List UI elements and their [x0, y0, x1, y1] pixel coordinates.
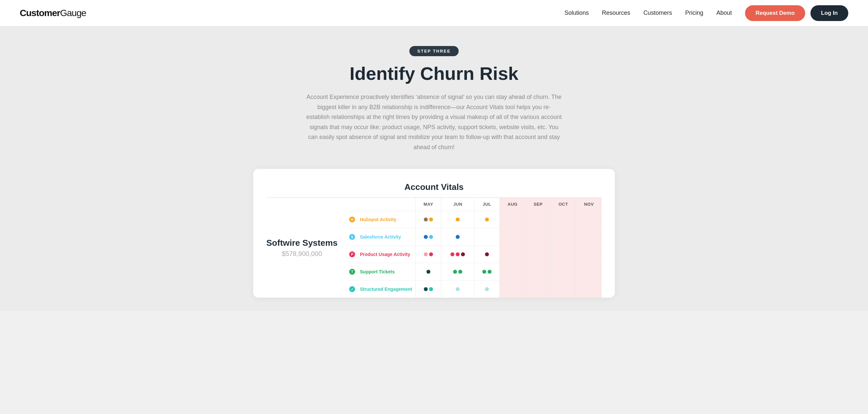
cell-sep	[526, 211, 550, 228]
activity-dot	[485, 218, 489, 221]
table-row: S Salesforce Activity	[347, 228, 602, 246]
dot-group	[444, 218, 471, 221]
dot-group	[478, 287, 496, 291]
cell-aug	[499, 280, 526, 298]
svg-text:✓: ✓	[351, 287, 353, 291]
svg-text:S: S	[351, 235, 353, 239]
activity-dot	[456, 252, 460, 256]
logo[interactable]: CustomerGauge	[20, 8, 86, 19]
nav-about[interactable]: About	[716, 9, 732, 17]
cell-may	[415, 228, 441, 246]
row-icon: T	[347, 267, 357, 276]
nav-resources[interactable]: Resources	[602, 9, 630, 17]
row-label-cell: ✓ Structured Engagement	[347, 280, 415, 298]
cell-aug	[499, 228, 526, 246]
cell-jun	[441, 263, 474, 280]
cell-oct	[550, 228, 576, 246]
dot-group	[444, 287, 471, 291]
activity-dot	[461, 252, 465, 256]
row-label-cell: P Product Usage Activity	[347, 246, 415, 263]
activity-dot	[429, 252, 433, 256]
activity-dot	[458, 270, 462, 274]
row-icon: S	[347, 232, 357, 242]
dot-group	[478, 218, 496, 221]
cell-jul	[474, 228, 499, 246]
cell-jun	[441, 280, 474, 298]
cell-aug	[499, 211, 526, 228]
table-row: ✓ Structured Engagement	[347, 280, 602, 298]
cell-oct	[550, 246, 576, 263]
row-text: Salesforce Activity	[360, 234, 401, 240]
activity-dot	[427, 270, 430, 274]
dot-group	[478, 252, 496, 256]
activity-dot	[424, 252, 428, 256]
cell-jun	[441, 246, 474, 263]
cell-jun	[441, 211, 474, 228]
nav-links: Solutions Resources Customers Pricing Ab…	[564, 9, 732, 17]
nav-pricing[interactable]: Pricing	[685, 9, 703, 17]
activity-dot	[485, 287, 489, 291]
nav-customers[interactable]: Customers	[644, 9, 672, 17]
request-demo-button[interactable]: Request Demo	[745, 5, 805, 21]
col-header-nov: NOV	[576, 198, 602, 211]
activity-dot	[456, 218, 460, 221]
activity-dot	[482, 270, 486, 274]
cell-sep	[526, 263, 550, 280]
row-text: Hubspot Activity	[360, 217, 397, 222]
activity-dot	[488, 270, 492, 274]
activity-dot	[424, 218, 428, 221]
company-info: Softwire Systems $578,900,000	[266, 198, 347, 298]
activity-dot	[429, 287, 433, 291]
step-badge: STEP THREE	[409, 46, 458, 56]
dot-group	[478, 270, 496, 274]
cell-nov	[576, 246, 602, 263]
card-title: Account Vitals	[266, 182, 602, 192]
vitals-layout: Softwire Systems $578,900,000 MAYJUNJULA…	[266, 198, 602, 298]
cell-nov	[576, 211, 602, 228]
dot-group	[419, 270, 438, 274]
row-label-cell: H Hubspot Activity	[347, 211, 415, 228]
col-header-may: MAY	[415, 198, 441, 211]
cell-oct	[550, 280, 576, 298]
cell-nov	[576, 228, 602, 246]
cell-oct	[550, 211, 576, 228]
col-header-sep: SEP	[526, 198, 550, 211]
dot-group	[444, 235, 471, 239]
dot-group	[444, 252, 471, 256]
dot-group	[419, 218, 438, 221]
hero-description: Account Experience proactively identifie…	[306, 92, 562, 153]
vitals-table-wrap: MAYJUNJULAUGSEPOCTNOV H Hubspot Activity…	[347, 198, 602, 298]
cell-nov	[576, 280, 602, 298]
hero-section: STEP THREE Identify Churn Risk Account E…	[0, 26, 868, 311]
activity-dot	[429, 218, 433, 221]
activity-dot	[451, 252, 454, 256]
login-button[interactable]: Log In	[810, 5, 848, 21]
cell-sep	[526, 228, 550, 246]
activity-dot	[456, 235, 460, 239]
col-header-label	[347, 198, 415, 211]
row-text: Product Usage Activity	[360, 252, 410, 257]
row-text: Structured Engagement	[360, 287, 412, 292]
table-row: H Hubspot Activity	[347, 211, 602, 228]
dot-group	[444, 270, 471, 274]
activity-dot	[485, 252, 489, 256]
hero-title: Identify Churn Risk	[7, 63, 861, 84]
cell-nov	[576, 263, 602, 280]
row-label-cell: T Support Tickets	[347, 263, 415, 280]
row-icon: P	[347, 250, 357, 259]
table-row: T Support Tickets	[347, 263, 602, 280]
activity-dot	[429, 235, 433, 239]
cell-jul	[474, 211, 499, 228]
svg-text:H: H	[351, 218, 353, 221]
nav-solutions[interactable]: Solutions	[564, 9, 589, 17]
cell-oct	[550, 263, 576, 280]
cell-jul	[474, 280, 499, 298]
col-header-aug: AUG	[499, 198, 526, 211]
cell-sep	[526, 246, 550, 263]
company-value: $578,900,000	[266, 250, 338, 258]
cell-may	[415, 263, 441, 280]
vitals-table: MAYJUNJULAUGSEPOCTNOV H Hubspot Activity…	[347, 198, 602, 298]
cell-may	[415, 246, 441, 263]
cell-may	[415, 280, 441, 298]
activity-dot	[424, 287, 428, 291]
